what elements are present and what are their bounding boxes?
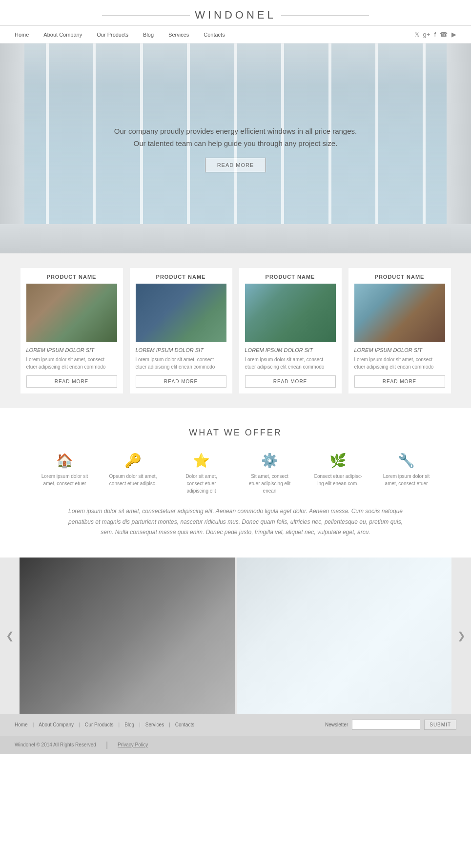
offer-item-3: ⭐ Dolor sit amet, consect etuer adipisci…: [177, 453, 226, 495]
product-image-2: [136, 284, 226, 342]
product-read-btn-1[interactable]: READ MORE: [26, 375, 117, 388]
product-image-1: [26, 284, 117, 342]
twitter-icon[interactable]: 𝕏: [414, 31, 419, 38]
offer-text-6: Lorem ipsum dolor sit amet, consect etue…: [382, 473, 431, 487]
gallery-images: [20, 558, 451, 714]
wrench-icon: 🔧: [382, 453, 431, 469]
header: WINDONEL Home About Company Our Products…: [0, 0, 471, 43]
footer-newsletter: Newsletter SUBMIT: [325, 720, 456, 730]
gallery-image-1: [20, 558, 235, 714]
product-subtitle-1: LOREM IPSUM DOLOR SIT: [26, 347, 117, 353]
product-card-1: PRODUCT NAME LOREM IPSUM DOLOR SIT Lorem…: [20, 268, 123, 393]
skype-icon[interactable]: ☎: [440, 31, 448, 38]
hero-content: Our company proudly provides energy effi…: [114, 125, 357, 172]
nav-links: Home About Company Our Products Blog Ser…: [15, 32, 225, 38]
offer-text-5: Consect etuer adipisc- ing elit enean co…: [314, 473, 363, 487]
product-image-3: [245, 284, 336, 342]
product-desc-1: Lorem ipsum dolor sit amet, consect etue…: [26, 356, 117, 371]
footer-contacts[interactable]: Contacts: [175, 722, 194, 727]
hero-text: Our company proudly provides energy effi…: [114, 125, 357, 150]
nav-blog[interactable]: Blog: [143, 32, 154, 38]
offer-section: WHAT WE OFFER 🏠 Lorem ipsum dolor sit am…: [0, 408, 471, 558]
offer-item-1: 🏠 Lorem ipsum dolor sit amet, consect et…: [41, 453, 89, 495]
offer-icons: 🏠 Lorem ipsum dolor sit amet, consect et…: [15, 453, 456, 495]
leaf-icon: 🌿: [314, 453, 363, 469]
footer-blog[interactable]: Blog: [124, 722, 134, 727]
footer-services[interactable]: Services: [145, 722, 164, 727]
product-name-4: PRODUCT NAME: [354, 274, 445, 280]
products-grid: PRODUCT NAME LOREM IPSUM DOLOR SIT Lorem…: [10, 268, 461, 393]
product-subtitle-2: LOREM IPSUM DOLOR SIT: [136, 347, 226, 353]
nav-contacts[interactable]: Contacts: [204, 32, 225, 38]
footer-home[interactable]: Home: [15, 722, 28, 727]
nav-about[interactable]: About Company: [43, 32, 82, 38]
hero-line1: Our company proudly provides energy effi…: [114, 127, 357, 135]
star-icon: ⭐: [177, 453, 226, 469]
product-name-3: PRODUCT NAME: [245, 274, 336, 280]
product-card-4: PRODUCT NAME LOREM IPSUM DOLOR SIT Lorem…: [348, 268, 451, 393]
product-name-2: PRODUCT NAME: [136, 274, 226, 280]
gallery-prev-button[interactable]: ❮: [0, 630, 20, 641]
youtube-icon[interactable]: ▶: [451, 31, 456, 38]
offer-paragraph: Lorem ipsum dolor sit amet, consectetuar…: [65, 506, 407, 538]
home-icon: 🏠: [41, 453, 89, 469]
gallery-next-button[interactable]: ❯: [451, 630, 471, 641]
product-subtitle-3: LOREM IPSUM DOLOR SIT: [245, 347, 336, 353]
copyright-text: Windonel © 2014 All Rights Reserved: [15, 742, 96, 747]
hero-read-more-button[interactable]: READ MORE: [205, 158, 266, 172]
offer-text-4: Sit amet, consect etuer adipiscing elit …: [246, 473, 294, 495]
product-card-2: PRODUCT NAME LOREM IPSUM DOLOR SIT Lorem…: [130, 268, 232, 393]
hero-line2: Our talented team can help guide you thr…: [134, 139, 338, 147]
product-image-4: [354, 284, 445, 342]
social-links: 𝕏 g+ f ☎ ▶: [414, 31, 456, 38]
offer-text-1: Lorem ipsum dolor sit amet, consect etue…: [41, 473, 89, 487]
key-icon: 🔑: [109, 453, 158, 469]
product-desc-3: Lorem ipsum dolor sit amet, consect etue…: [245, 356, 336, 371]
footer-our-products[interactable]: Our Products: [85, 722, 114, 727]
offer-text-2: Opsum dolor sit amet, consect etuer adip…: [109, 473, 158, 487]
gear-icon: ⚙️: [246, 453, 294, 469]
products-section: PRODUCT NAME LOREM IPSUM DOLOR SIT Lorem…: [0, 253, 471, 408]
google-icon[interactable]: g+: [423, 31, 430, 38]
newsletter-submit-button[interactable]: SUBMIT: [424, 720, 456, 730]
offer-title: WHAT WE OFFER: [15, 428, 456, 438]
offer-item-5: 🌿 Consect etuer adipisc- ing elit enean …: [314, 453, 363, 495]
footer-about[interactable]: About Company: [39, 722, 74, 727]
nav-home[interactable]: Home: [15, 32, 29, 38]
product-read-btn-4[interactable]: READ MORE: [354, 375, 445, 388]
nav-services[interactable]: Services: [168, 32, 189, 38]
product-read-btn-3[interactable]: READ MORE: [245, 375, 336, 388]
site-title: WINDONEL: [195, 9, 276, 21]
offer-item-2: 🔑 Opsum dolor sit amet, consect etuer ad…: [109, 453, 158, 495]
gallery-image-2: [237, 558, 452, 714]
main-nav: Home About Company Our Products Blog Ser…: [0, 26, 471, 43]
offer-item-4: ⚙️ Sit amet, consect etuer adipiscing el…: [246, 453, 294, 495]
hero-section: Our company proudly provides energy effi…: [0, 43, 471, 253]
privacy-policy-link[interactable]: Privacy Policy: [118, 742, 148, 747]
product-card-3: PRODUCT NAME LOREM IPSUM DOLOR SIT Lorem…: [239, 268, 342, 393]
offer-text-3: Dolor sit amet, consect etuer adipiscing…: [177, 473, 226, 495]
offer-item-6: 🔧 Lorem ipsum dolor sit amet, consect et…: [382, 453, 431, 495]
product-read-btn-2[interactable]: READ MORE: [136, 375, 226, 388]
facebook-icon[interactable]: f: [434, 31, 436, 38]
footer-bottom: Windonel © 2014 All Rights Reserved | Pr…: [0, 736, 471, 754]
product-desc-2: Lorem ipsum dolor sit amet, consect etue…: [136, 356, 226, 371]
newsletter-input[interactable]: [352, 720, 420, 730]
newsletter-label: Newsletter: [325, 722, 348, 727]
footer-nav: Home | About Company | Our Products | Bl…: [0, 714, 471, 736]
product-name-1: PRODUCT NAME: [26, 274, 117, 280]
footer-nav-links: Home | About Company | Our Products | Bl…: [15, 722, 194, 727]
product-subtitle-4: LOREM IPSUM DOLOR SIT: [354, 347, 445, 353]
product-desc-4: Lorem ipsum dolor sit amet, consect etue…: [354, 356, 445, 371]
gallery-section: ❮ ❯: [0, 558, 471, 714]
nav-products[interactable]: Our Products: [97, 32, 128, 38]
